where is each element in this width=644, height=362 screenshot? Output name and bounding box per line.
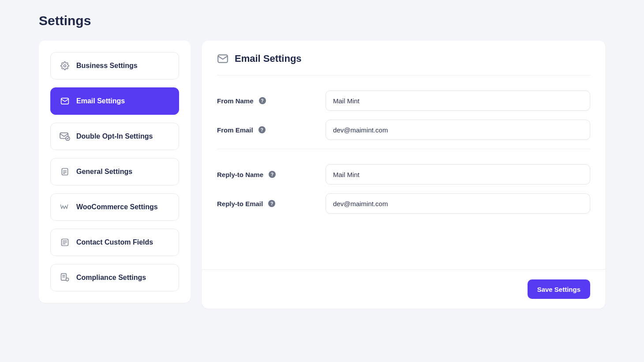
sidebar-item-double-opt-in[interactable]: Double Opt-In Settings <box>50 123 179 150</box>
reply-to-email-input[interactable] <box>326 193 590 214</box>
panel-footer: Save Settings <box>202 269 605 309</box>
sidebar-item-email-settings[interactable]: Email Settings <box>50 87 179 115</box>
sidebar-item-label: WooCommerce Settings <box>76 203 158 211</box>
help-icon[interactable]: ? <box>258 126 266 133</box>
sidebar-item-label: Double Opt-In Settings <box>76 132 153 140</box>
sidebar-item-label: Compliance Settings <box>76 274 146 282</box>
sidebar-item-label: Business Settings <box>76 62 138 70</box>
help-icon[interactable]: ? <box>259 97 266 104</box>
sidebar-item-business-settings[interactable]: Business Settings <box>50 52 179 79</box>
form-fields-icon <box>60 237 70 248</box>
settings-sidebar: Business Settings Email Settings Double … <box>39 41 191 303</box>
mail-check-icon <box>60 131 70 142</box>
sidebar-item-contact-custom-fields[interactable]: Contact Custom Fields <box>50 229 179 256</box>
field-label: From Name <box>217 97 254 105</box>
document-icon <box>60 166 70 177</box>
gear-icon <box>60 60 70 71</box>
compliance-icon <box>60 272 70 283</box>
panel-title: Email Settings <box>235 53 302 64</box>
sidebar-item-label: Contact Custom Fields <box>76 238 153 246</box>
field-label: Reply-to Name <box>217 171 263 178</box>
field-label: Reply-to Email <box>217 200 263 207</box>
from-email-input[interactable] <box>326 120 590 140</box>
svg-point-0 <box>64 65 66 67</box>
field-row-from-name: From Name ? <box>217 90 590 111</box>
field-row-reply-to-email: Reply-to Email ? <box>217 193 590 214</box>
save-settings-button[interactable]: Save Settings <box>528 279 590 299</box>
divider <box>217 149 590 149</box>
sidebar-item-woocommerce-settings[interactable]: WooCommerce Settings <box>50 193 179 221</box>
field-label: From Email <box>217 126 253 134</box>
field-row-from-email: From Email ? <box>217 120 590 140</box>
sidebar-item-label: General Settings <box>76 168 132 176</box>
panel-header: Email Settings <box>217 53 590 75</box>
field-row-reply-to-name: Reply-to Name ? <box>217 164 590 185</box>
help-icon[interactable]: ? <box>269 171 276 178</box>
reply-to-name-input[interactable] <box>326 164 590 185</box>
sidebar-item-compliance-settings[interactable]: Compliance Settings <box>50 264 179 291</box>
email-settings-panel: Email Settings From Name ? From Email ? <box>202 41 605 309</box>
help-icon[interactable]: ? <box>268 200 275 207</box>
mail-icon <box>60 96 70 106</box>
sidebar-item-general-settings[interactable]: General Settings <box>50 158 179 185</box>
from-name-input[interactable] <box>326 90 590 111</box>
woocommerce-icon <box>60 202 70 212</box>
page-title: Settings <box>39 13 605 28</box>
mail-icon <box>217 53 228 64</box>
sidebar-item-label: Email Settings <box>76 97 125 105</box>
